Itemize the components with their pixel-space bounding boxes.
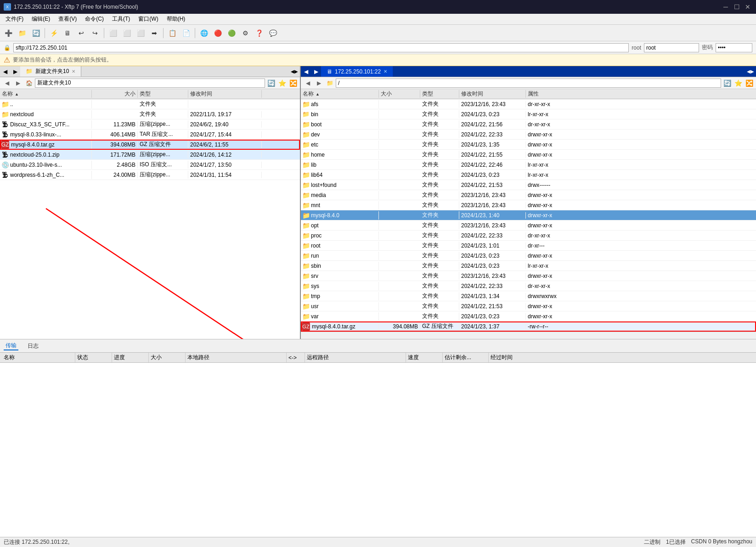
right-col-attr[interactable]: 属性 xyxy=(526,90,572,98)
left-panel-right-arrow[interactable]: ▶ xyxy=(294,69,298,74)
table-row[interactable]: 📁root 文件夹 2024/1/23, 1:01 dr-xr--- xyxy=(301,241,756,251)
minimize-button[interactable]: ─ xyxy=(721,2,730,11)
right-tab-active[interactable]: 🖥 172.25.250.101:22 ✕ xyxy=(321,66,393,77)
tool12[interactable]: 📄 xyxy=(180,27,192,39)
table-row[interactable]: 💿 ubuntu-23.10-live-s... 2.48GB ISO 压缩文.… xyxy=(0,160,300,170)
username-input[interactable] xyxy=(644,43,699,52)
tool3[interactable]: ⚡ xyxy=(47,27,60,39)
new-session-button[interactable]: ➕ xyxy=(2,27,15,39)
tool10[interactable]: ➡ xyxy=(148,27,161,39)
table-row[interactable]: 🗜 mysql-8.0.33-linux-... 406.14MB TAR 压缩… xyxy=(0,130,300,140)
left-col-name[interactable]: 名称 ▲ xyxy=(0,90,92,98)
right-up-button[interactable]: 📁 xyxy=(325,78,335,88)
table-row[interactable]: GZ mysql-8.4.0.tar.gz 394.08MB GZ 压缩文件 2… xyxy=(0,140,300,150)
left-col-date[interactable]: 修改时间 xyxy=(188,90,262,98)
table-row[interactable]: 📁sbin 文件夹 2024/1/23, 0:23 lr-xr-xr-x xyxy=(301,261,756,271)
menu-view[interactable]: 查看(V) xyxy=(55,14,80,24)
right-refresh-button[interactable]: 🔄 xyxy=(722,78,732,88)
right-more-button[interactable]: 🔀 xyxy=(744,78,754,88)
right-panel-right-arrow[interactable]: ▶ xyxy=(750,69,754,74)
left-tab-nav-prev[interactable]: ◀ xyxy=(0,66,10,77)
tool5[interactable]: ↩ xyxy=(75,27,88,39)
table-row[interactable]: 📁mysql-8.4.0 文件夹 2024/1/23, 1:40 drwxr-x… xyxy=(301,210,756,220)
table-row[interactable]: 📁afs 文件夹 2023/12/16, 23:43 dr-xr-xr-x xyxy=(301,99,756,109)
right-file-list[interactable]: 📁afs 文件夹 2023/12/16, 23:43 dr-xr-xr-x 📁b… xyxy=(301,99,756,339)
tool7[interactable]: ⬜ xyxy=(107,27,119,39)
tool4[interactable]: 🖥 xyxy=(61,27,74,39)
table-row[interactable]: 📁etc 文件夹 2024/1/23, 1:35 drwxr-xr-x xyxy=(301,140,756,150)
open-button[interactable]: 📁 xyxy=(16,27,28,39)
tool9[interactable]: ⬜ xyxy=(134,27,147,39)
close-button[interactable]: ✕ xyxy=(743,2,752,11)
tool14[interactable]: 🔴 xyxy=(211,27,224,39)
maximize-button[interactable]: ☐ xyxy=(732,2,741,11)
table-row[interactable]: 📁var 文件夹 2024/1/23, 0:23 drwxr-xr-x xyxy=(301,311,756,321)
table-row[interactable]: 📁lib 文件夹 2024/1/22, 22:46 lr-xr-xr-x xyxy=(301,160,756,170)
table-row[interactable]: 📁lost+found 文件夹 2024/1/22, 21:53 drwx---… xyxy=(301,180,756,190)
table-row[interactable]: 📁 .. 文件夹 xyxy=(0,99,300,109)
right-forward-button[interactable]: ▶ xyxy=(314,78,324,88)
tool6[interactable]: ↪ xyxy=(89,27,102,39)
chat-button[interactable]: 💬 xyxy=(266,27,279,39)
transfer-tab-log[interactable]: 日志 xyxy=(26,342,40,350)
settings-button[interactable]: ⚙ xyxy=(239,27,252,39)
left-col-size[interactable]: 大小 xyxy=(92,90,138,98)
table-row[interactable]: 📁proc 文件夹 2024/1/22, 22:33 dr-xr-xr-x xyxy=(301,231,756,241)
reconnect-button[interactable]: 🔄 xyxy=(29,27,42,39)
table-row[interactable]: 📁run 文件夹 2024/1/23, 0:23 drwxr-xr-x xyxy=(301,251,756,261)
right-back-button[interactable]: ◀ xyxy=(303,78,313,88)
right-tab-close[interactable]: ✕ xyxy=(384,69,387,74)
menu-command[interactable]: 命令(C) xyxy=(81,14,107,24)
tool11[interactable]: 📋 xyxy=(166,27,179,39)
left-up-button[interactable]: 🏠 xyxy=(24,78,34,88)
table-row[interactable]: GZ mysql-8.4.0.tar.gz 394.08MB GZ 压缩文件 2… xyxy=(301,321,756,332)
table-row[interactable]: 🗜 nextcloud-25.0.1.zip 171.72MB 压缩(zippe… xyxy=(0,150,300,160)
password-input[interactable] xyxy=(716,43,752,52)
globe-button[interactable]: 🌐 xyxy=(197,27,210,39)
table-row[interactable]: 📁dev 文件夹 2024/1/22, 22:33 drwxr-xr-x xyxy=(301,130,756,140)
table-row[interactable]: 📁boot 文件夹 2024/1/22, 21:56 dr-xr-xr-x xyxy=(301,119,756,130)
right-col-size[interactable]: 大小 xyxy=(379,90,420,98)
table-row[interactable]: 🗜 Discuz_X3.5_SC_UTF... 11.23MB 压缩(zippe… xyxy=(0,119,300,130)
left-tab-close[interactable]: ✕ xyxy=(72,69,75,74)
table-row[interactable]: 📁media 文件夹 2023/12/16, 23:43 drwxr-xr-x xyxy=(301,190,756,200)
left-sync-button[interactable]: ⭐ xyxy=(277,78,287,88)
table-row[interactable]: 📁sys 文件夹 2024/1/22, 22:33 dr-xr-xr-x xyxy=(301,281,756,291)
tool15[interactable]: 🟢 xyxy=(225,27,238,39)
left-col-type[interactable]: 类型 xyxy=(138,90,188,98)
transfer-tab-transfer[interactable]: 传输 xyxy=(4,342,18,350)
help-button[interactable]: ❓ xyxy=(253,27,265,39)
left-tab-active[interactable]: 📁 新建文件夹10 ✕ xyxy=(20,66,81,77)
left-more-button[interactable]: 🔀 xyxy=(288,78,298,88)
right-tab-nav-next[interactable]: ▶ xyxy=(311,66,321,77)
menu-file[interactable]: 文件(F) xyxy=(2,14,27,24)
table-row[interactable]: 📁usr 文件夹 2024/1/22, 21:53 drwxr-xr-x xyxy=(301,301,756,311)
left-panel-left-arrow[interactable]: ◀ xyxy=(291,69,294,74)
right-col-date[interactable]: 修改时间 xyxy=(459,90,526,98)
right-col-name[interactable]: 名称 ▲ xyxy=(301,90,379,98)
left-refresh-button[interactable]: 🔄 xyxy=(266,78,276,88)
left-tab-nav-next[interactable]: ▶ xyxy=(10,66,20,77)
table-row[interactable]: 📁mnt 文件夹 2023/12/16, 23:43 drwxr-xr-x xyxy=(301,200,756,210)
left-path-input[interactable] xyxy=(35,79,265,88)
table-row[interactable]: 📁srv 文件夹 2023/12/16, 23:43 drwxr-xr-x xyxy=(301,271,756,281)
address-input[interactable] xyxy=(13,43,629,52)
right-col-type[interactable]: 类型 xyxy=(420,90,459,98)
tool8[interactable]: ⬜ xyxy=(120,27,133,39)
table-row[interactable]: 📁home 文件夹 2024/1/22, 21:55 drwxr-xr-x xyxy=(301,150,756,160)
menu-help[interactable]: 帮助(H) xyxy=(163,14,189,24)
right-sync-button[interactable]: ⭐ xyxy=(733,78,743,88)
left-forward-button[interactable]: ▶ xyxy=(13,78,23,88)
table-row[interactable]: 📁tmp 文件夹 2024/1/23, 1:34 drwxrwxrwx xyxy=(301,291,756,301)
right-path-input[interactable] xyxy=(336,79,721,88)
table-row[interactable]: 🗜 wordpress-6.1-zh_C... 24.00MB 压缩(zippe… xyxy=(0,170,300,180)
table-row[interactable]: 📁bin 文件夹 2024/1/23, 0:23 lr-xr-xr-x xyxy=(301,109,756,119)
left-back-button[interactable]: ◀ xyxy=(2,78,12,88)
left-file-list[interactable]: 📁 .. 文件夹 📁 nextcloud 文件夹 2022/11/3, 19 xyxy=(0,99,300,339)
menu-window[interactable]: 窗口(W) xyxy=(135,14,162,24)
table-row[interactable]: 📁lib64 文件夹 2024/1/23, 0:23 lr-xr-xr-x xyxy=(301,170,756,180)
right-panel-left-arrow[interactable]: ◀ xyxy=(747,69,750,74)
menu-edit[interactable]: 编辑(E) xyxy=(28,14,54,24)
right-tab-nav-prev[interactable]: ◀ xyxy=(301,66,311,77)
table-row[interactable]: 📁opt 文件夹 2023/12/16, 23:43 drwxr-xr-x xyxy=(301,220,756,231)
